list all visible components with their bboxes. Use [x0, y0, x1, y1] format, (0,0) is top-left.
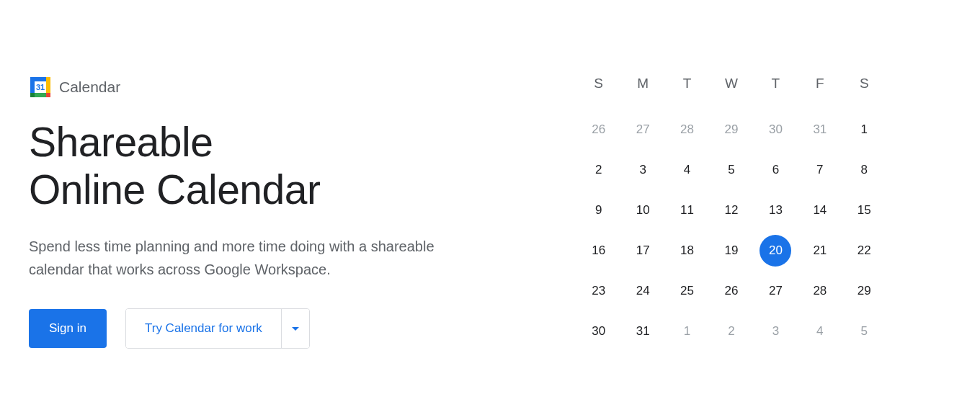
- try-for-work-dropdown[interactable]: [281, 309, 309, 348]
- calendar-day-cell[interactable]: 25: [665, 279, 709, 303]
- calendar-day-number: 30: [592, 324, 605, 339]
- calendar-day-header: W: [709, 76, 753, 102]
- calendar-day-number: 10: [636, 203, 650, 218]
- calendar-day-cell[interactable]: 28: [665, 117, 709, 142]
- calendar-day-number: 9: [595, 203, 602, 218]
- calendar-day-cell[interactable]: 29: [709, 117, 753, 142]
- calendar-day-number: 1: [861, 122, 868, 137]
- calendar-grid: SMTWTFS262728293031123456789101112131415…: [576, 76, 886, 344]
- calendar-day-number: 5: [861, 324, 868, 339]
- calendar-day-cell[interactable]: 13: [754, 198, 798, 223]
- calendar-day-number: 15: [858, 203, 871, 218]
- calendar-day-number: 1: [684, 324, 690, 339]
- calendar-day-number: 8: [861, 163, 868, 177]
- calendar-day-cell[interactable]: 5: [709, 158, 753, 182]
- calendar-day-number: 3: [639, 163, 646, 177]
- calendar-preview: SMTWTFS262728293031123456789101112131415…: [576, 76, 886, 349]
- calendar-day-cell[interactable]: 21: [798, 238, 842, 263]
- calendar-day-cell[interactable]: 15: [842, 198, 886, 223]
- calendar-logo-icon: 31: [29, 76, 52, 99]
- try-for-work-button[interactable]: Try Calendar for work: [126, 309, 281, 348]
- calendar-day-number: 13: [769, 203, 783, 218]
- calendar-day-header: T: [665, 76, 709, 102]
- calendar-day-number: 30: [769, 122, 783, 137]
- calendar-day-header: T: [754, 76, 798, 102]
- calendar-day-number: 14: [813, 203, 827, 218]
- calendar-day-cell[interactable]: 1: [842, 117, 886, 142]
- calendar-day-cell[interactable]: 5: [842, 319, 886, 344]
- calendar-day-cell[interactable]: 8: [842, 158, 886, 182]
- calendar-day-cell[interactable]: 30: [576, 319, 620, 344]
- calendar-day-cell[interactable]: 26: [709, 279, 753, 303]
- calendar-day-cell[interactable]: 11: [665, 198, 709, 223]
- calendar-day-header: M: [620, 76, 664, 102]
- brand-row: 31 Calendar: [29, 76, 519, 99]
- calendar-day-number: 23: [592, 284, 605, 298]
- calendar-day-number: 24: [636, 284, 650, 298]
- hero-left: 31 Calendar Shareable Online Calendar Sp…: [29, 76, 519, 349]
- calendar-day-number: 25: [680, 284, 694, 298]
- calendar-day-number: 27: [769, 284, 783, 298]
- calendar-day-header: S: [842, 76, 886, 102]
- calendar-day-cell[interactable]: 27: [620, 117, 664, 142]
- calendar-day-cell[interactable]: 1: [665, 319, 709, 344]
- calendar-day-number: 11: [680, 203, 694, 218]
- calendar-day-number: 17: [636, 243, 650, 258]
- calendar-day-number: 26: [592, 122, 605, 137]
- chevron-down-icon: [292, 327, 299, 331]
- calendar-day-cell[interactable]: 9: [576, 198, 620, 223]
- calendar-day-cell[interactable]: 10: [620, 198, 664, 223]
- calendar-day-cell[interactable]: 26: [576, 117, 620, 142]
- cta-row: Sign in Try Calendar for work: [29, 308, 519, 349]
- calendar-day-number: 31: [813, 122, 827, 137]
- calendar-day-number: 6: [772, 163, 779, 177]
- page-headline: Shareable Online Calendar: [29, 119, 519, 213]
- calendar-day-cell[interactable]: 7: [798, 158, 842, 182]
- calendar-day-cell[interactable]: 19: [709, 238, 753, 263]
- calendar-day-cell[interactable]: 28: [798, 279, 842, 303]
- calendar-day-number: 5: [728, 163, 734, 177]
- calendar-day-cell[interactable]: 4: [798, 319, 842, 344]
- headline-line1: Shareable: [29, 119, 213, 165]
- calendar-day-number: 3: [772, 324, 779, 339]
- calendar-day-cell[interactable]: 2: [709, 319, 753, 344]
- calendar-day-cell[interactable]: 22: [842, 238, 886, 263]
- svg-text:31: 31: [36, 83, 45, 91]
- calendar-day-cell[interactable]: 20: [754, 238, 798, 263]
- calendar-day-cell[interactable]: 12: [709, 198, 753, 223]
- calendar-day-cell[interactable]: 4: [665, 158, 709, 182]
- calendar-day-cell[interactable]: 17: [620, 238, 664, 263]
- calendar-day-number: 2: [595, 163, 602, 177]
- calendar-day-number: 22: [858, 243, 871, 258]
- calendar-day-number: 2: [728, 324, 734, 339]
- page-subtext: Spend less time planning and more time d…: [29, 235, 476, 281]
- calendar-day-number: 12: [725, 203, 739, 218]
- calendar-day-cell[interactable]: 18: [665, 238, 709, 263]
- calendar-day-cell[interactable]: 31: [620, 319, 664, 344]
- calendar-day-number: 7: [816, 163, 823, 177]
- calendar-day-cell[interactable]: 24: [620, 279, 664, 303]
- headline-line2: Online Calendar: [29, 166, 320, 213]
- calendar-day-number: 29: [725, 122, 739, 137]
- calendar-day-number: 20: [760, 235, 791, 267]
- calendar-day-header: F: [798, 76, 842, 102]
- svg-rect-5: [30, 93, 35, 97]
- calendar-day-number: 16: [592, 243, 605, 258]
- calendar-day-number: 28: [680, 122, 694, 137]
- calendar-day-cell[interactable]: 14: [798, 198, 842, 223]
- calendar-day-cell[interactable]: 16: [576, 238, 620, 263]
- calendar-day-cell[interactable]: 30: [754, 117, 798, 142]
- calendar-day-cell[interactable]: 31: [798, 117, 842, 142]
- calendar-day-cell[interactable]: 2: [576, 158, 620, 182]
- calendar-day-cell[interactable]: 27: [754, 279, 798, 303]
- calendar-day-cell[interactable]: 6: [754, 158, 798, 182]
- calendar-day-cell[interactable]: 29: [842, 279, 886, 303]
- calendar-day-cell[interactable]: 3: [754, 319, 798, 344]
- sign-in-button[interactable]: Sign in: [29, 309, 107, 348]
- brand-label: Calendar: [59, 79, 120, 96]
- calendar-day-number: 18: [680, 243, 694, 258]
- calendar-day-number: 4: [684, 163, 690, 177]
- calendar-day-cell[interactable]: 23: [576, 279, 620, 303]
- calendar-day-cell[interactable]: 3: [620, 158, 664, 182]
- try-for-work-group: Try Calendar for work: [125, 308, 310, 349]
